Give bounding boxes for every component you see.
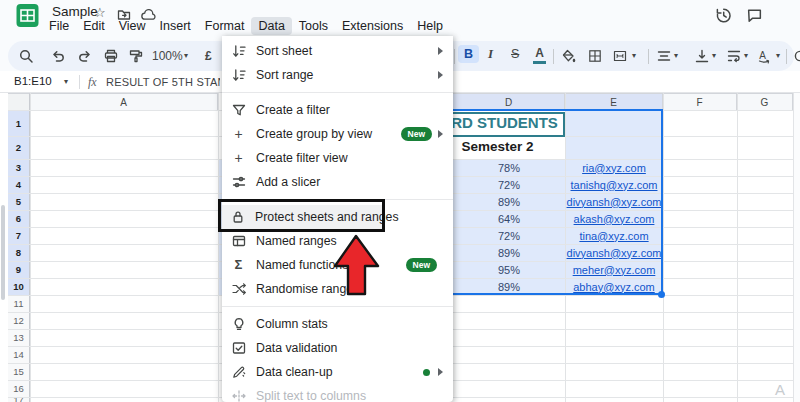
menu-item-label: Split text to columns xyxy=(256,389,366,402)
formula-input[interactable]: RESULT OF 5TH STANDRD ST xyxy=(106,76,220,88)
menu-item-add-a-slicer[interactable]: Add a slicer xyxy=(222,170,453,194)
menubar-item-insert[interactable]: Insert xyxy=(153,17,198,35)
comments-icon[interactable] xyxy=(746,7,763,24)
strikethrough-button[interactable]: S xyxy=(511,47,519,61)
menu-item-create-group-by-view[interactable]: +Create group by viewNew xyxy=(222,122,453,146)
version-history-icon[interactable] xyxy=(714,6,733,25)
row-header-9[interactable]: 9 xyxy=(8,261,30,278)
menubar-item-view[interactable]: View xyxy=(112,17,153,35)
row-header-11[interactable]: 11 xyxy=(8,295,30,312)
vertical-align-caret-icon[interactable]: ▾ xyxy=(712,51,716,60)
cell-email[interactable]: tanishq@xyz.com xyxy=(565,176,663,193)
sheets-logo-icon[interactable] xyxy=(15,3,40,28)
insert-link-icon[interactable] xyxy=(792,48,800,65)
cell-result[interactable]: 89% xyxy=(453,193,565,210)
menubar-item-edit[interactable]: Edit xyxy=(76,17,112,35)
zoom-caret-icon[interactable]: ▾ xyxy=(184,51,188,60)
menu-item-create-a-filter[interactable]: Create a filter xyxy=(222,98,453,122)
submenu-arrow-icon xyxy=(438,71,443,79)
column-header-f[interactable]: F xyxy=(663,93,737,110)
menubar-item-extensions[interactable]: Extensions xyxy=(335,17,410,35)
row-header-10[interactable]: 10 xyxy=(8,278,30,295)
row-header-1[interactable]: 1 xyxy=(8,110,30,136)
row-header-7[interactable]: 7 xyxy=(8,227,30,244)
text-rotation-caret-icon[interactable]: ▾ xyxy=(776,51,780,60)
select-all-corner[interactable] xyxy=(8,93,30,110)
row-header-12[interactable]: 12 xyxy=(8,312,30,329)
align-caret-icon[interactable]: ▾ xyxy=(674,51,678,60)
menu-item-named-ranges[interactable]: Named ranges xyxy=(222,229,453,253)
name-box-caret-icon[interactable]: ▾ xyxy=(64,77,68,86)
menu-item-label: Data clean-up xyxy=(256,365,333,379)
text-wrap-icon[interactable] xyxy=(726,48,742,65)
redo-icon[interactable] xyxy=(77,48,93,65)
cell-email[interactable]: tina@xyz.com xyxy=(565,227,663,244)
menubar-item-tools[interactable]: Tools xyxy=(292,17,335,35)
currency-format-button[interactable]: £ xyxy=(205,49,212,63)
horizontal-align-icon[interactable] xyxy=(656,48,672,65)
row-header-2[interactable]: 2 xyxy=(8,136,30,159)
row-header-13[interactable]: 13 xyxy=(8,329,30,346)
row-header-6[interactable]: 6 xyxy=(8,210,30,227)
menu-item-randomise-range[interactable]: Randomise range xyxy=(222,277,453,301)
menu-item-sort-range[interactable]: Sort range xyxy=(222,63,453,87)
cell-email[interactable]: meher@xyz.com xyxy=(565,261,663,278)
menubar-item-file[interactable]: File xyxy=(42,17,76,35)
column-header-e[interactable]: E xyxy=(565,93,663,110)
menubar-item-help[interactable]: Help xyxy=(410,17,450,35)
row-header-14[interactable]: 14 xyxy=(8,346,30,363)
menu-item-named-functions[interactable]: ΣNamed functionsNew xyxy=(222,253,453,277)
row-header-8[interactable]: 8 xyxy=(8,244,30,261)
text-rotation-icon[interactable]: A xyxy=(756,48,772,65)
cell-email[interactable]: divyansh@xyz.com xyxy=(565,193,663,210)
menubar-item-format[interactable]: Format xyxy=(198,17,252,35)
menu-item-data-clean-up[interactable]: Data clean-up xyxy=(222,360,453,384)
cell-email[interactable]: akash@xyz.com xyxy=(565,210,663,227)
cell-email[interactable]: ria@xyz.com xyxy=(565,159,663,176)
column-header-g[interactable]: G xyxy=(737,93,793,110)
merge-cells-icon[interactable] xyxy=(612,48,628,65)
text-color-button[interactable]: A xyxy=(533,46,546,64)
merge-caret-icon[interactable]: ▾ xyxy=(632,51,636,60)
column-header-d[interactable]: D xyxy=(453,93,565,110)
formula-bar-divider xyxy=(79,75,80,89)
cell-result[interactable]: 72% xyxy=(453,176,565,193)
selection-fill-handle[interactable] xyxy=(658,291,665,298)
print-icon[interactable] xyxy=(103,48,119,65)
menu-item-label: Named functions xyxy=(256,258,348,272)
left-scrollbar-thumb[interactable] xyxy=(1,205,5,300)
cell-result[interactable]: 95% xyxy=(453,261,565,278)
cell-result[interactable]: 72% xyxy=(453,227,565,244)
vertical-align-icon[interactable] xyxy=(694,48,710,65)
undo-icon[interactable] xyxy=(50,48,66,65)
vertical-scrollbar[interactable] xyxy=(793,93,800,402)
fill-color-icon[interactable] xyxy=(560,48,576,65)
row-header-15[interactable]: 15 xyxy=(8,363,30,380)
zoom-level[interactable]: 100% xyxy=(152,49,183,63)
cell-result[interactable]: 89% xyxy=(453,244,565,261)
menubar-item-data[interactable]: Data xyxy=(251,17,291,35)
menu-item-create-filter-view[interactable]: +Create filter view xyxy=(222,146,453,170)
cell-sheet-title[interactable]: RD STUDENTS xyxy=(444,114,565,131)
cell-result[interactable]: 78% xyxy=(453,159,565,176)
cell-email[interactable]: divyansh@xyz.com xyxy=(565,244,663,261)
menu-item-label: Randomise range xyxy=(256,282,353,296)
borders-icon[interactable] xyxy=(587,48,603,65)
text-wrap-caret-icon[interactable]: ▾ xyxy=(744,51,748,60)
named-ranges-icon xyxy=(230,233,247,249)
menu-item-column-stats[interactable]: Column stats xyxy=(222,312,453,336)
paint-format-icon[interactable] xyxy=(128,48,144,65)
search-icon[interactable] xyxy=(18,48,34,65)
menu-item-label: Column stats xyxy=(256,317,328,331)
name-box[interactable]: B1:E10 xyxy=(14,75,52,87)
row-header-3[interactable]: 3 xyxy=(8,159,30,176)
row-header-5[interactable]: 5 xyxy=(8,193,30,210)
menu-item-sort-sheet[interactable]: Sort sheet xyxy=(222,39,453,63)
italic-button[interactable]: I xyxy=(488,46,493,62)
cell-result[interactable]: 64% xyxy=(453,210,565,227)
new-badge: New xyxy=(401,127,432,141)
menu-item-data-validation[interactable]: Data validation xyxy=(222,336,453,360)
row-header-4[interactable]: 4 xyxy=(8,176,30,193)
bold-button[interactable]: B xyxy=(458,45,479,63)
column-header-a[interactable]: A xyxy=(30,93,218,110)
